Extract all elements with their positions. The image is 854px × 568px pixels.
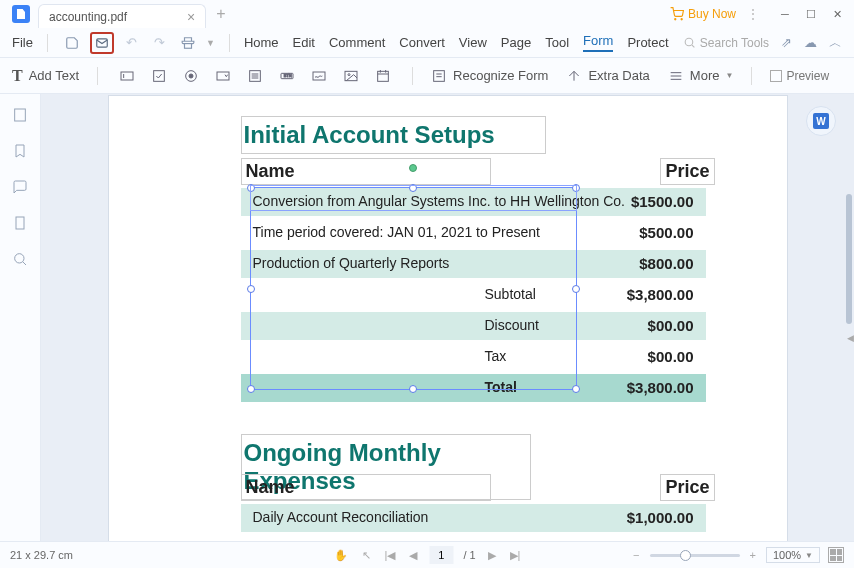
preview-toggle[interactable]: Preview — [770, 69, 829, 83]
svg-rect-32 — [16, 217, 24, 229]
file-menu[interactable]: File — [12, 35, 33, 50]
word-export-badge[interactable]: W — [806, 106, 836, 136]
email-icon[interactable] — [90, 32, 114, 54]
first-page-button[interactable]: |◀ — [383, 547, 398, 564]
slider-thumb[interactable] — [680, 550, 691, 561]
thumbnails-icon[interactable] — [11, 106, 29, 124]
signature-field-icon[interactable] — [308, 65, 330, 87]
more-button[interactable]: More ▼ — [668, 68, 734, 84]
status-bar: 21 x 29.7 cm ✋ ↖ |◀ ◀ / 1 ▶ ▶| − + 100%▼ — [0, 541, 854, 568]
section-heading[interactable]: Initial Account Setups — [241, 116, 546, 154]
chevron-down-icon: ▼ — [725, 71, 733, 80]
dropdown-field-icon[interactable] — [212, 65, 234, 87]
item-price: $800.00 — [639, 255, 693, 272]
tax-label: Tax — [485, 348, 507, 364]
add-tab-button[interactable]: + — [216, 5, 225, 23]
buy-now-button[interactable]: Buy Now — [670, 7, 736, 21]
radio-field-icon[interactable] — [180, 65, 202, 87]
menu-form[interactable]: Form — [583, 33, 613, 52]
column-header-price-2[interactable]: Price — [660, 474, 714, 501]
menu-tool[interactable]: Tool — [545, 35, 569, 50]
qat-dropdown-icon[interactable]: ▼ — [206, 38, 215, 48]
comments-icon[interactable] — [11, 178, 29, 196]
recognize-icon — [431, 68, 447, 84]
add-text-button[interactable]: T Add Text — [12, 67, 79, 85]
menu-convert[interactable]: Convert — [399, 35, 445, 50]
undo-icon[interactable]: ↶ — [122, 34, 142, 52]
text-field-icon[interactable] — [116, 65, 138, 87]
text-icon: T — [12, 67, 23, 85]
save-icon[interactable] — [62, 34, 82, 52]
app-menu-icon[interactable]: ⋮ — [746, 6, 760, 22]
upload-icon — [566, 68, 582, 84]
document-tab[interactable]: accounting.pdf × — [38, 4, 206, 28]
menu-comment[interactable]: Comment — [329, 35, 385, 50]
subtotal-label: Subtotal — [485, 286, 536, 302]
search-tools[interactable]: Search Tools — [683, 36, 769, 50]
bookmarks-icon[interactable] — [11, 142, 29, 160]
column-header-name-2[interactable]: Name — [241, 474, 491, 501]
item-price: $500.00 — [639, 224, 693, 241]
cart-icon — [670, 7, 684, 21]
collapse-ribbon-icon[interactable]: ︿ — [829, 34, 842, 52]
listbox-field-icon[interactable] — [244, 65, 266, 87]
close-window-button[interactable]: ✕ — [824, 3, 850, 25]
date-field-icon[interactable] — [372, 65, 394, 87]
close-tab-icon[interactable]: × — [187, 9, 195, 25]
tax-value: $00.00 — [648, 348, 694, 365]
print-icon[interactable] — [178, 34, 198, 52]
discount-value: $00.00 — [648, 317, 694, 334]
minimize-button[interactable]: ─ — [772, 3, 798, 25]
item-price: $1500.00 — [631, 193, 694, 210]
attachments-icon[interactable] — [11, 214, 29, 232]
cloud-icon[interactable]: ☁ — [804, 35, 817, 50]
vertical-scrollbar[interactable] — [844, 94, 852, 540]
menu-view[interactable]: View — [459, 35, 487, 50]
select-tool-icon[interactable]: ↖ — [360, 547, 373, 564]
fit-view-icon[interactable] — [828, 547, 844, 563]
scroll-thumb[interactable] — [846, 194, 852, 324]
svg-rect-21 — [378, 71, 389, 81]
zoom-slider[interactable] — [650, 554, 740, 557]
extra-data-button[interactable]: Extra Data — [566, 68, 649, 84]
page-navigation: ✋ ↖ |◀ ◀ / 1 ▶ ▶| — [332, 546, 523, 564]
page-number-input[interactable] — [429, 546, 453, 564]
preview-checkbox[interactable] — [770, 70, 782, 82]
menu-page[interactable]: Page — [501, 35, 531, 50]
next-page-button[interactable]: ▶ — [486, 547, 498, 564]
discount-label: Discount — [485, 317, 539, 333]
menu-home[interactable]: Home — [244, 35, 279, 50]
item-name: Daily Account Reconciliation — [253, 509, 429, 525]
recognize-form-button[interactable]: Recognize Form — [431, 68, 548, 84]
zoom-in-button[interactable]: + — [748, 547, 758, 563]
zoom-out-button[interactable]: − — [631, 547, 641, 563]
zoom-level[interactable]: 100%▼ — [766, 547, 820, 563]
item-price: $1,000.00 — [627, 509, 694, 526]
hand-tool-icon[interactable]: ✋ — [332, 547, 350, 564]
image-field-icon[interactable] — [340, 65, 362, 87]
menu-icon — [668, 68, 684, 84]
redo-icon[interactable]: ↷ — [150, 34, 170, 52]
menu-edit[interactable]: Edit — [293, 35, 315, 50]
share-icon[interactable]: ⇗ — [781, 35, 792, 50]
app-logo-icon — [12, 5, 30, 23]
svg-point-10 — [189, 74, 193, 78]
checkbox-field-icon[interactable] — [148, 65, 170, 87]
column-header-price[interactable]: Price — [660, 158, 714, 185]
tab-title: accounting.pdf — [49, 10, 127, 24]
maximize-button[interactable]: ☐ — [798, 3, 824, 25]
svg-text:BTN: BTN — [284, 73, 292, 78]
prev-page-button[interactable]: ◀ — [407, 547, 419, 564]
last-page-button[interactable]: ▶| — [508, 547, 523, 564]
svg-point-4 — [685, 38, 693, 46]
column-header-name[interactable]: Name — [241, 158, 491, 185]
button-field-icon[interactable]: BTN — [276, 65, 298, 87]
svg-point-33 — [15, 254, 24, 263]
document-viewport[interactable]: Initial Account Setups Name Price Conver… — [41, 94, 854, 541]
search-panel-icon[interactable] — [11, 250, 29, 268]
svg-rect-3 — [184, 43, 191, 48]
page-dimensions: 21 x 29.7 cm — [10, 549, 73, 561]
svg-rect-8 — [154, 70, 165, 81]
menu-protect[interactable]: Protect — [627, 35, 668, 50]
subtotal-value: $3,800.00 — [627, 286, 694, 303]
